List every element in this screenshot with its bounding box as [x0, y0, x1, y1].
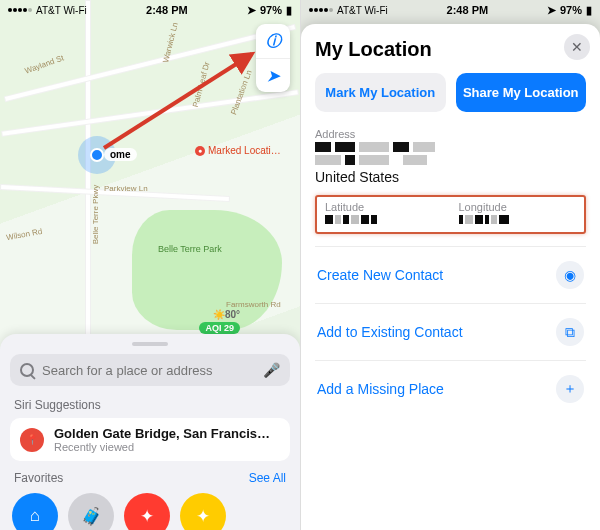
- longitude-value-obfuscated: [459, 215, 577, 224]
- two-screenshots: AT&T Wi-Fi 2:48 PM ➤ 97% ▮ Belle Terre P…: [0, 0, 600, 530]
- fork-knife-icon: ✦: [140, 506, 154, 527]
- suggestion-row[interactable]: 📍 Golden Gate Bridge, San Francis… Recen…: [10, 418, 290, 461]
- battery-label: 97%: [260, 4, 282, 16]
- siri-suggestions-heading: Siri Suggestions: [14, 398, 286, 412]
- location-services-icon: ➤: [547, 4, 556, 17]
- favorites-circles: ⌂ 🧳 ✦ ✦: [10, 489, 290, 530]
- time-label: 2:48 PM: [146, 4, 188, 16]
- address-obfuscated: [315, 142, 586, 165]
- svg-line-0: [104, 54, 252, 148]
- favorite-home[interactable]: ⌂: [12, 493, 58, 530]
- pin-icon: 📍: [20, 428, 44, 452]
- search-icon: [20, 363, 34, 377]
- favorites-see-all-link[interactable]: See All: [249, 471, 286, 485]
- star-icon: ✦: [196, 506, 210, 527]
- close-button[interactable]: ✕: [564, 34, 590, 60]
- search-input[interactable]: [42, 363, 255, 378]
- location-services-icon: ➤: [247, 4, 256, 17]
- carrier-label: AT&T Wi-Fi: [337, 5, 388, 16]
- weather-widget[interactable]: ☀️80° AQI 29: [199, 309, 240, 334]
- battery-icon: ▮: [586, 4, 592, 17]
- battery-label: 97%: [560, 4, 582, 16]
- coordinates-highlight: Latitude Longitude: [315, 195, 586, 234]
- mark-my-location-button[interactable]: Mark My Location: [315, 73, 446, 112]
- share-my-location-button[interactable]: Share My Location: [456, 73, 587, 112]
- briefcase-icon: 🧳: [81, 506, 102, 527]
- latitude-label: Latitude: [325, 201, 443, 213]
- row-label: Create New Contact: [317, 267, 443, 283]
- create-new-contact-row[interactable]: Create New Contact ◉: [315, 246, 586, 303]
- signal-dots-icon: [309, 8, 333, 12]
- maps-screen-left: AT&T Wi-Fi 2:48 PM ➤ 97% ▮ Belle Terre P…: [0, 0, 300, 530]
- annotation-arrow: [96, 44, 266, 156]
- address-label: Address: [315, 128, 586, 140]
- home-icon: ⌂: [30, 506, 40, 526]
- time-label: 2:48 PM: [447, 4, 489, 16]
- favorite-item[interactable]: ✦: [124, 493, 170, 530]
- temperature-label: 80°: [225, 309, 240, 320]
- sheet-grabber-icon[interactable]: [132, 342, 168, 346]
- signal-dots-icon: [8, 8, 32, 12]
- aqi-badge: AQI 29: [199, 322, 240, 334]
- favorite-item[interactable]: ✦: [180, 493, 226, 530]
- location-detail-card: ✕ My Location Mark My Location Share My …: [301, 24, 600, 530]
- card-title: My Location: [315, 38, 586, 61]
- street-label: Parkview Ln: [104, 184, 148, 193]
- my-location-screen: AT&T Wi-Fi 2:48 PM ➤ 97% ▮ ✕ My Location…: [300, 0, 600, 530]
- location-arrow-icon: ➤: [267, 67, 280, 85]
- status-bar: AT&T Wi-Fi 2:48 PM ➤ 97% ▮: [0, 0, 300, 18]
- row-label: Add a Missing Place: [317, 381, 444, 397]
- carrier-label: AT&T Wi-Fi: [36, 5, 87, 16]
- road: [85, 0, 91, 340]
- contact-icon: ◉: [556, 261, 584, 289]
- row-label: Add to Existing Contact: [317, 324, 463, 340]
- status-bar: AT&T Wi-Fi 2:48 PM ➤ 97% ▮: [301, 0, 600, 18]
- latitude-value-obfuscated: [325, 215, 443, 224]
- longitude-label: Longitude: [459, 201, 577, 213]
- street-label: Belle Terre Pkwy: [91, 185, 100, 244]
- close-icon: ✕: [571, 39, 583, 55]
- street-label: Wayland St: [24, 53, 65, 75]
- sun-icon: ☀️: [213, 309, 225, 320]
- add-existing-contact-row[interactable]: Add to Existing Contact ⧉: [315, 303, 586, 360]
- add-missing-place-row[interactable]: Add a Missing Place ＋: [315, 360, 586, 417]
- microphone-icon[interactable]: 🎤: [263, 362, 280, 378]
- battery-icon: ▮: [286, 4, 292, 17]
- search-bar[interactable]: 🎤: [10, 354, 290, 386]
- address-country: United States: [315, 169, 586, 185]
- street-label: Farmsworth Rd: [226, 300, 281, 309]
- plus-icon: ＋: [556, 375, 584, 403]
- info-icon: ⓘ: [266, 32, 281, 51]
- favorite-work[interactable]: 🧳: [68, 493, 114, 530]
- favorites-heading: Favorites: [14, 471, 63, 485]
- street-label: Wilson Rd: [5, 227, 42, 242]
- suggestion-subtitle: Recently viewed: [54, 441, 280, 453]
- suggestion-title: Golden Gate Bridge, San Francis…: [54, 426, 280, 441]
- search-sheet[interactable]: 🎤 Siri Suggestions 📍 Golden Gate Bridge,…: [0, 334, 300, 530]
- park-label: Belle Terre Park: [158, 244, 222, 254]
- contacts-merge-icon: ⧉: [556, 318, 584, 346]
